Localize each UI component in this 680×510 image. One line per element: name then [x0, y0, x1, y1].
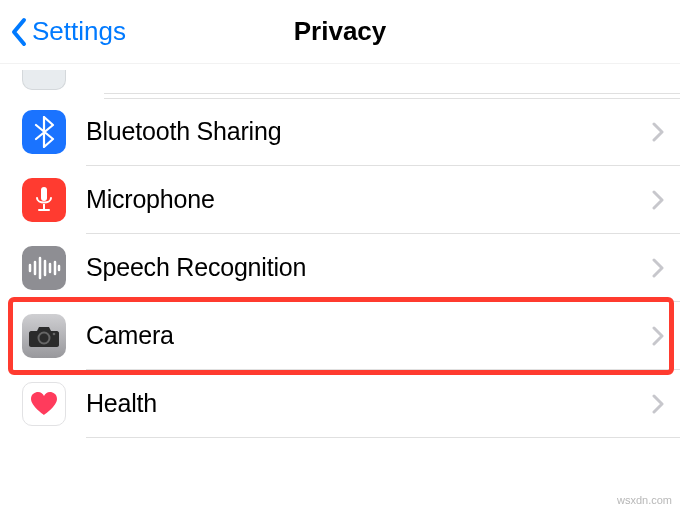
settings-list: Bluetooth Sharing Microphone [0, 64, 680, 438]
row-label: Speech Recognition [86, 253, 652, 282]
page-title: Privacy [294, 16, 387, 47]
truncated-icon [22, 70, 66, 90]
back-label: Settings [32, 16, 126, 47]
svg-point-11 [53, 333, 56, 336]
list-item-truncated [0, 68, 680, 90]
row-label: Microphone [86, 185, 652, 214]
row-microphone[interactable]: Microphone [0, 166, 680, 234]
chevron-left-icon [10, 17, 28, 47]
row-label: Camera [86, 321, 652, 350]
svg-rect-0 [41, 187, 47, 201]
row-label: Health [86, 389, 652, 418]
chevron-right-icon [652, 122, 664, 142]
row-health[interactable]: Health [0, 370, 680, 438]
row-speech-recognition[interactable]: Speech Recognition [0, 234, 680, 302]
chevron-right-icon [652, 190, 664, 210]
waveform-icon [22, 246, 66, 290]
row-camera[interactable]: Camera [0, 302, 680, 370]
row-label: Bluetooth Sharing [86, 117, 652, 146]
heart-icon [22, 382, 66, 426]
chevron-right-icon [652, 394, 664, 414]
back-button[interactable]: Settings [0, 16, 126, 47]
row-bluetooth-sharing[interactable]: Bluetooth Sharing [0, 98, 680, 166]
camera-icon [22, 314, 66, 358]
chevron-right-icon [652, 326, 664, 346]
chevron-right-icon [652, 258, 664, 278]
microphone-icon [22, 178, 66, 222]
nav-bar: Settings Privacy [0, 0, 680, 64]
bluetooth-icon [22, 110, 66, 154]
watermark: wsxdn.com [617, 494, 672, 506]
